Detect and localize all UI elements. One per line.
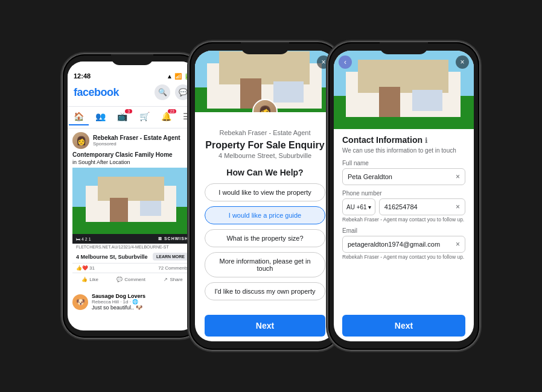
p3-section-title: Contact Information (342, 135, 422, 145)
reactions-count: 👍❤️ 31 (76, 265, 95, 271)
marketplace-icon: 🛒 (139, 112, 150, 121)
schwish-logo: ⊠ SCHWISH (158, 236, 188, 241)
notch-1 (111, 54, 153, 65)
p2-content: Rebekah Fraser - Estate Agent Property F… (195, 112, 335, 308)
messenger-icon[interactable]: 💬 (175, 84, 191, 100)
notif-badge: 23 (168, 109, 176, 113)
phone-label: Phone number (342, 190, 465, 197)
p3-house-img-inner (334, 51, 474, 129)
fb-post: 👩 Rebekah Fraser - Estate Agent Sponsore… (68, 128, 197, 289)
post-meta: Rebekah Fraser - Estate Agent Sponsored (93, 134, 180, 147)
thumbs-icon: 👍❤️ (76, 265, 88, 271)
house-image-inner (72, 168, 192, 234)
p3-back-button[interactable]: ‹ (339, 55, 352, 69)
next-post: 🐶 Sausage Dog Lovers Rebecca Hill · 1d ·… (68, 289, 197, 314)
fullname-clear[interactable]: × (456, 172, 460, 181)
house-image-fb (72, 168, 192, 234)
phone-value: 416254784 (384, 203, 418, 210)
p2-form-title: Property For Sale Enquiry (205, 140, 325, 151)
signal-icon: 📶 (174, 73, 182, 80)
like-button[interactable]: 👍 Like (79, 276, 101, 283)
post-subtitle: in Sought After Location (72, 159, 192, 165)
option-own-property[interactable]: I'd like to discuss my own property (205, 282, 325, 300)
fullname-label: Full name (342, 160, 465, 166)
email-label: Email (342, 227, 465, 234)
p3-section-sub: We can use this information to get in to… (342, 147, 465, 154)
wifi-icon: ▲ (167, 73, 173, 80)
phone-note: Rebekah Fraser - Agent may contact you t… (342, 217, 465, 223)
phone-number-input[interactable]: 416254784 × (379, 198, 465, 215)
screen-2: × 👩 Rebekah Fraser - Estate Agent Proper… (195, 51, 335, 341)
p3-flex: ‹ × Contact Information ℹ We can use thi… (334, 51, 474, 341)
option-view-property[interactable]: I would like to view the property (205, 183, 325, 201)
p2-form-address: 4 Melbourne Street, Suburbville (205, 152, 325, 159)
p3-content: Contact Information ℹ We can use this in… (334, 129, 474, 310)
email-value: petageraldton1974@gmail.com (348, 241, 440, 248)
phone-clear[interactable]: × (456, 203, 460, 211)
post-avatar: 👩 (72, 132, 89, 149)
comments-count: 72 Comments (158, 265, 188, 271)
p2-agent-name: Rebekah Fraser - Estate Agent (205, 129, 325, 136)
email-clear[interactable]: × (456, 240, 460, 248)
option-more-info[interactable]: More information, please get in touch (205, 252, 325, 277)
notch-2 (241, 42, 289, 54)
address-url: FLETCHERS.NET.AU/12321/4-MELBOURNE-ST (72, 244, 192, 250)
phone-1: 12:48 ▲ 📶 🔋 facebook 🔍 💬 (63, 54, 202, 338)
reactions-bar: 👍❤️ 31 72 Comments (72, 263, 192, 273)
option-price-guide[interactable]: I would like a price guide (205, 206, 325, 224)
share-button[interactable]: ↗ Share (161, 276, 185, 283)
nav-friends[interactable]: 👥 (91, 109, 110, 125)
next-post-meta: Rebecca Hill · 1d · 🌐 (92, 299, 145, 305)
next-page-name: Sausage Dog Lovers (92, 293, 145, 299)
country-code[interactable]: AU +61 ▾ (342, 198, 375, 215)
nav-home[interactable]: 🏠 (69, 109, 89, 125)
post-sponsored: Sponsored (93, 141, 180, 147)
screen-1: 12:48 ▲ 📶 🔋 facebook 🔍 💬 (68, 62, 197, 330)
p2-help-title: How Can We Help? (205, 168, 325, 177)
status-icons: ▲ 📶 🔋 (167, 73, 191, 80)
fullname-input[interactable]: Peta Geraldton × (342, 168, 465, 185)
next-post-content: Sausage Dog Lovers Rebecca Hill · 1d · 🌐… (92, 293, 145, 311)
p3-next-button[interactable]: Next (342, 315, 465, 337)
p2-options-list: I would like to view the property I woul… (205, 183, 325, 300)
fb-nav: 🏠 👥 📺 3 🛒 🔔 23 ☰ (68, 107, 197, 128)
p3-close-button[interactable]: × (456, 55, 469, 69)
p2-house-image: × 👩 (195, 51, 335, 112)
phone-input-row: AU +61 ▾ 416254784 × (342, 198, 465, 215)
email-input[interactable]: petageraldton1974@gmail.com × (342, 236, 465, 253)
p3-house-image: ‹ × (334, 51, 474, 129)
phones-container: 12:48 ▲ 📶 🔋 facebook 🔍 💬 (63, 42, 479, 350)
post-actions: 👍 Like 💬 Comment ↗ Share (72, 273, 192, 286)
post-title: Contemporary Clasic Family Home (72, 151, 192, 158)
p2-flex: × 👩 Rebekah Fraser - Estate Agent Proper… (195, 51, 335, 341)
next-post-text: Just so beautiful.. 🐶 (92, 305, 145, 311)
agent-name: Rebekah Fraser - Estate Agent (93, 134, 180, 141)
property-icons: 🛏 4 2 1 (76, 237, 91, 241)
comment-button[interactable]: 💬 Comment (114, 276, 148, 283)
address-main: 4 Melbourne St, Suburbville (76, 254, 148, 260)
nav-notifications[interactable]: 🔔 23 (156, 109, 176, 125)
phone-field: Phone number AU +61 ▾ 416254784 × Rebe (342, 190, 465, 223)
home-icon: 🏠 (74, 112, 84, 121)
fb-logo: facebook (74, 86, 119, 99)
clock: 12:48 (74, 72, 91, 80)
p2-next-button[interactable]: Next (205, 315, 325, 337)
fullname-field: Full name Peta Geraldton × (342, 160, 465, 185)
bed-icon: 🛏 4 2 1 (76, 237, 91, 241)
watch-badge: 3 (125, 109, 132, 113)
post-header: 👩 Rebekah Fraser - Estate Agent Sponsore… (72, 132, 192, 149)
search-icon[interactable]: 🔍 (155, 84, 170, 100)
phone-3: ‹ × Contact Information ℹ We can use thi… (328, 42, 479, 350)
screen-3: ‹ × Contact Information ℹ We can use thi… (334, 51, 474, 341)
phone-2: × 👩 Rebekah Fraser - Estate Agent Proper… (190, 42, 340, 350)
option-property-size[interactable]: What is the property size? (205, 229, 325, 247)
nav-watch[interactable]: 📺 3 (112, 109, 132, 125)
email-field: Email petageraldton1974@gmail.com × Rebe… (342, 227, 465, 260)
fb-header-icons: 🔍 💬 (155, 84, 191, 100)
learn-more-button[interactable]: LEARN MORE (153, 253, 188, 261)
friends-icon: 👥 (95, 112, 106, 121)
chevron-down-icon: ▾ (368, 204, 371, 210)
property-bar: 🛏 4 2 1 ⊠ SCHWISH (72, 234, 192, 244)
address-row: 4 Melbourne St, Suburbville LEARN MORE (72, 250, 192, 263)
nav-marketplace[interactable]: 🛒 (135, 109, 155, 125)
